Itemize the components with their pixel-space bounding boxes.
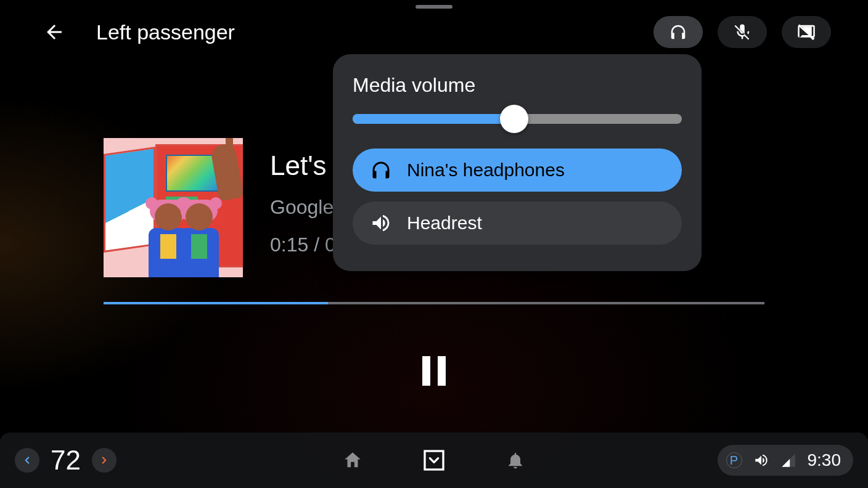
- volume-slider-fill: [353, 114, 514, 124]
- output-option-label: Headrest: [407, 213, 482, 234]
- svg-rect-1: [425, 451, 443, 470]
- playback-progress-fill: [104, 302, 328, 304]
- song-time: 0:15 / 0: [270, 234, 336, 256]
- screen-off-button[interactable]: [782, 16, 831, 48]
- playback-progress[interactable]: [104, 302, 764, 304]
- temp-up-button[interactable]: [92, 448, 117, 473]
- volume-icon: [753, 452, 769, 468]
- speaker-icon: [370, 212, 392, 234]
- chevron-left-icon: [22, 455, 33, 466]
- top-bar: Left passenger: [37, 14, 831, 51]
- pause-icon: [422, 356, 446, 386]
- home-button[interactable]: [339, 447, 366, 474]
- gear-indicator: P: [726, 452, 742, 468]
- headphones-icon: [370, 159, 392, 181]
- status-tray[interactable]: P 9:30: [718, 445, 854, 476]
- top-actions: [653, 16, 831, 48]
- page-title: Left passenger: [96, 20, 235, 44]
- bell-icon: [506, 450, 525, 470]
- volume-panel: Media volume Nina's headphones Headrest: [333, 54, 702, 271]
- headphones-icon: [669, 23, 687, 41]
- mic-off-icon: [733, 23, 751, 41]
- bottom-bar: 72 P: [0, 433, 868, 488]
- notifications-button[interactable]: [502, 447, 529, 474]
- apps-icon: [422, 448, 446, 473]
- media-info: Let's Google 0:15 / 0: [270, 138, 336, 256]
- album-art: [104, 138, 243, 277]
- apps-button[interactable]: [420, 447, 448, 474]
- back-button[interactable]: [37, 15, 72, 49]
- home-icon: [342, 450, 363, 471]
- song-title: Let's: [270, 150, 336, 181]
- chevron-right-icon: [99, 455, 110, 466]
- nav-bar: [339, 447, 529, 474]
- no-screen-icon: [797, 23, 816, 41]
- mic-mute-button[interactable]: [718, 16, 767, 48]
- climate-controls: 72: [15, 445, 117, 476]
- clock: 9:30: [808, 450, 841, 470]
- output-option-headrest[interactable]: Headrest: [353, 201, 682, 245]
- temperature-value: 72: [51, 445, 81, 476]
- signal-icon: [780, 452, 796, 468]
- audio-output-button[interactable]: [653, 16, 703, 48]
- output-option-label: Nina's headphones: [407, 160, 565, 181]
- volume-slider-thumb[interactable]: [500, 105, 528, 133]
- volume-panel-title: Media volume: [353, 74, 682, 97]
- arrow-back-icon: [43, 21, 65, 43]
- temp-down-button[interactable]: [15, 448, 39, 473]
- drag-handle[interactable]: [416, 5, 452, 9]
- song-artist: Google: [270, 196, 336, 219]
- volume-slider[interactable]: [353, 114, 682, 124]
- pause-button[interactable]: [414, 351, 454, 391]
- output-option-headphones[interactable]: Nina's headphones: [353, 148, 682, 192]
